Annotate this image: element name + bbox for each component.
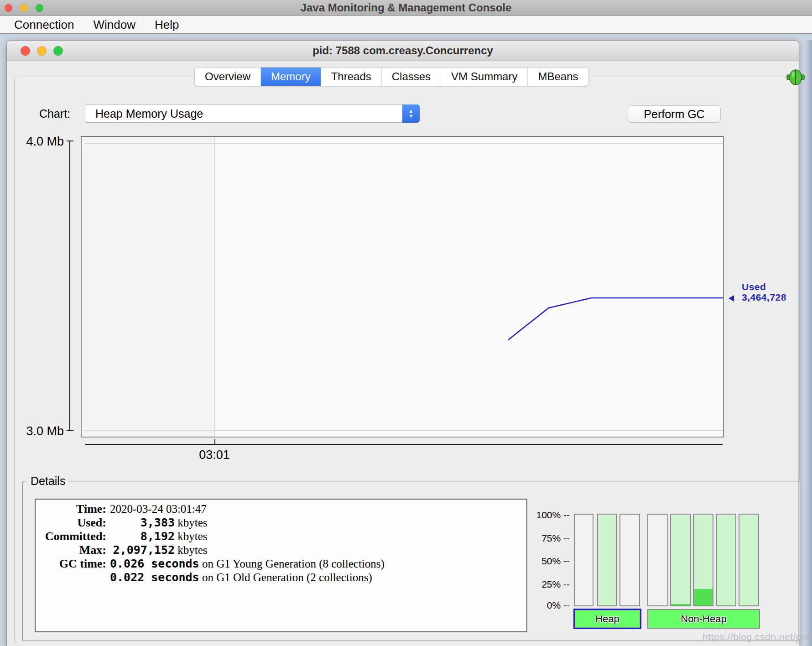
- chart-select[interactable]: Heap Memory Usage ▲▼: [84, 104, 420, 123]
- bars-y-tick-label: 0% --: [522, 600, 570, 611]
- details-row: Max:2,097,152 kbytes: [36, 543, 526, 557]
- tab-vm-summary[interactable]: VM Summary: [441, 68, 528, 86]
- menu-window[interactable]: Window: [84, 16, 145, 33]
- pid-window-titlebar[interactable]: pid: 7588 com.creasy.Concurrency: [7, 41, 799, 61]
- chart-select-value: Heap Memory Usage: [95, 107, 203, 120]
- y-axis-min-label: 3.0 Mb: [16, 424, 64, 438]
- series-name: Used: [742, 281, 786, 292]
- series-value: 3,464,728: [742, 292, 786, 302]
- window-edge-shadow: [805, 40, 812, 646]
- screen: Java Monitoring & Management Console Con…: [0, 0, 812, 646]
- close-icon[interactable]: [5, 4, 12, 12]
- pid-window-title: pid: 7588 com.creasy.Concurrency: [7, 41, 799, 61]
- perform-gc-button[interactable]: Perform GC: [628, 105, 721, 123]
- chevron-up-down-icon[interactable]: ▲▼: [402, 104, 420, 123]
- os-window-titlebar: Java Monitoring & Management Console: [0, 0, 812, 16]
- tab-mbeans[interactable]: MBeans: [528, 68, 588, 86]
- memory-pool-bar: [716, 514, 736, 606]
- series-pointer-icon: [729, 295, 734, 302]
- connection-status-icon: [785, 69, 806, 86]
- heap-usage-chart: [81, 136, 724, 438]
- tab-threads[interactable]: Threads: [321, 68, 382, 86]
- inner-minimize-icon[interactable]: [37, 46, 47, 56]
- details-row: Time:2020-03-24 03:01:47: [36, 502, 526, 516]
- details-row: Committed:8,192 kbytes: [36, 530, 526, 543]
- heap-button[interactable]: Heap: [573, 609, 641, 629]
- details-row: 0.022 seconds on G1 Old Generation (2 co…: [36, 571, 526, 584]
- inner-maximize-icon[interactable]: [53, 46, 63, 56]
- y-axis-max-label: 4.0 Mb: [16, 135, 64, 149]
- series-end-label: Used 3,464,728: [742, 281, 786, 302]
- jconsole-window: pid: 7588 com.creasy.Concurrency Overvie…: [6, 40, 799, 646]
- heap-line-svg: [82, 137, 723, 437]
- inner-traffic-lights: [21, 46, 63, 56]
- x-axis-line: [85, 444, 723, 445]
- memory-pool-bar: [574, 514, 593, 606]
- inner-close-icon[interactable]: [21, 46, 30, 56]
- bars-y-tick-label: 75% --: [522, 533, 570, 544]
- y-axis-bottom-tick: [67, 430, 73, 431]
- bars-y-tick-label: 100% --: [522, 510, 570, 521]
- watermark-text: https://blog.csdn.net/creasylai19: [703, 631, 812, 642]
- bars-y-tick-label: 50% --: [522, 556, 570, 567]
- minimize-icon[interactable]: [20, 4, 28, 12]
- memory-pool-bar: [739, 514, 759, 606]
- tab-memory[interactable]: Memory: [261, 68, 321, 86]
- tab-overview[interactable]: Overview: [195, 68, 261, 86]
- memory-pool-bar: [619, 514, 640, 606]
- maximize-icon[interactable]: [36, 4, 43, 12]
- details-legend: Details: [27, 475, 69, 487]
- non-heap-button[interactable]: Non-Heap: [647, 609, 760, 629]
- y-axis-top-tick: [67, 141, 73, 141]
- details-row: Used:3,383 kbytes: [36, 516, 526, 530]
- menu-connection[interactable]: Connection: [5, 16, 84, 33]
- memory-pool-bar: [647, 514, 668, 606]
- menu-help[interactable]: Help: [145, 16, 188, 33]
- memory-pool-bar: [597, 514, 617, 606]
- chart-label: Chart:: [39, 107, 70, 120]
- tab-classes[interactable]: Classes: [382, 68, 441, 86]
- x-axis-tick: [214, 439, 215, 445]
- details-row: GC time:0.026 seconds on G1 Young Genera…: [36, 557, 526, 571]
- y-axis-line: [69, 141, 70, 431]
- traffic-lights: [5, 4, 43, 12]
- menubar: ConnectionWindowHelp: [0, 16, 812, 34]
- bars-y-tick-label: 25% --: [522, 579, 570, 590]
- details-panel: Time:2020-03-24 03:01:47Used:3,383 kbyte…: [35, 499, 527, 632]
- tab-bar: OverviewMemoryThreadsClassesVM SummaryMB…: [194, 67, 589, 86]
- memory-pool-bar: [693, 514, 713, 606]
- x-axis-time-label: 03:01: [192, 448, 237, 462]
- memory-pool-bar: [670, 514, 691, 606]
- app-title: Java Monitoring & Management Console: [0, 0, 812, 16]
